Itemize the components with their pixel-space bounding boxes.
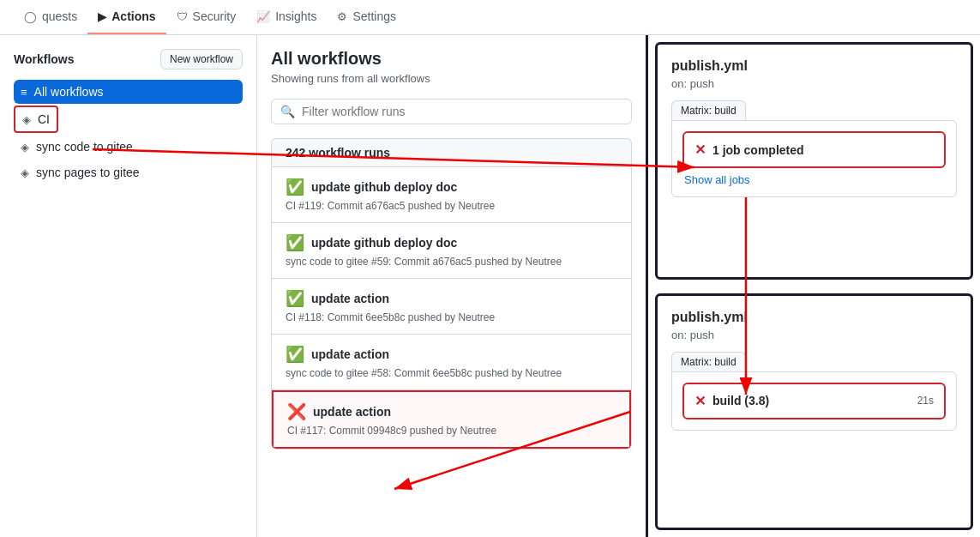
top-nav: ◯ quests ▶ Actions 🛡 Security 📈 Insights… (0, 0, 980, 35)
sync-pages-icon: ◈ (21, 166, 29, 179)
actions-icon: ▶ (98, 10, 106, 23)
ci-item-boxed: ◈ CI (14, 106, 58, 133)
sidebar-item-all-workflows[interactable]: ≡ All workflows (14, 80, 243, 104)
quests-icon: ◯ (24, 10, 37, 23)
sync-gitee-icon: ◈ (21, 141, 29, 154)
table-row[interactable]: ✅ update action CI #118: Commit 6ee5b8c … (272, 279, 631, 335)
panel-1-trigger: on: push (671, 77, 957, 90)
sidebar-header: Workflows New workflow (14, 49, 243, 69)
nav-item-actions[interactable]: ▶ Actions (87, 0, 165, 34)
sidebar: Workflows New workflow ≡ All workflows ◈… (0, 35, 257, 537)
nav-item-insights[interactable]: 📈 Insights (246, 0, 327, 34)
table-row[interactable]: ✅ update github deploy doc sync code to … (272, 223, 631, 279)
right-panels: publish.yml on: push Matrix: build ✕ 1 j… (646, 35, 980, 537)
insights-icon: 📈 (256, 10, 270, 23)
nav-item-quests[interactable]: ◯ quests (14, 0, 87, 34)
panel-card-1: publish.yml on: push Matrix: build ✕ 1 j… (655, 42, 973, 280)
ci-icon: ◈ (22, 113, 31, 126)
table-row-failed[interactable]: ❌ update action CI #117: Commit 09948c9 … (272, 390, 631, 449)
table-row[interactable]: ✅ update action sync code to gitee #58: … (272, 335, 631, 390)
sidebar-item-sync-pages[interactable]: ◈ sync pages to gitee (14, 160, 243, 184)
sidebar-title: Workflows (14, 52, 75, 66)
sidebar-item-sync-gitee[interactable]: ◈ sync code to gitee (14, 135, 243, 159)
panel-1-title: publish.yml (671, 58, 957, 74)
build-time: 21s (917, 395, 934, 407)
main-layout: Workflows New workflow ≡ All workflows ◈… (0, 35, 980, 537)
sidebar-item-ci[interactable]: ◈ CI (15, 107, 57, 131)
success-icon: ✅ (286, 289, 304, 308)
all-workflows-icon: ≡ (21, 86, 27, 99)
show-all-jobs-link[interactable]: Show all jobs (682, 173, 946, 186)
page-title: All workflows (271, 49, 632, 69)
security-icon: 🛡 (177, 10, 188, 23)
panel-card-2: publish.yml on: push Matrix: build ✕ bui… (655, 293, 973, 531)
build-fail-icon: ✕ (694, 393, 706, 409)
fail-icon: ❌ (287, 402, 306, 421)
new-workflow-button[interactable]: New workflow (160, 49, 243, 69)
panel-2-title: publish.yml (671, 310, 957, 325)
table-row[interactable]: ✅ update github deploy doc CI #119: Comm… (272, 167, 631, 223)
content-subtitle: Showing runs from all workflows (271, 72, 632, 85)
nav-item-settings[interactable]: ⚙ Settings (327, 0, 406, 34)
workflow-list: ✅ update github deploy doc CI #119: Comm… (271, 166, 632, 450)
settings-icon: ⚙ (337, 10, 347, 23)
job-completed-box: ✕ 1 job completed (682, 131, 946, 168)
matrix-tab-1: Matrix: build (671, 100, 746, 120)
success-icon: ✅ (286, 345, 304, 364)
matrix-body-1: ✕ 1 job completed Show all jobs (671, 120, 957, 197)
panel-2-trigger: on: push (671, 329, 957, 341)
matrix-body-2: ✕ build (3.8) 21s (671, 371, 957, 431)
build-row: ✕ build (3.8) 21s (682, 383, 946, 419)
main-content: All workflows Showing runs from all work… (257, 35, 646, 537)
search-icon: 🔍 (280, 105, 295, 118)
matrix-tab-2: Matrix: build (671, 352, 746, 371)
job-fail-icon: ✕ (694, 142, 706, 158)
search-box: 🔍 (271, 99, 632, 124)
search-input[interactable] (302, 105, 622, 118)
workflow-count-bar: 242 workflow runs (271, 138, 632, 166)
success-icon: ✅ (286, 178, 304, 196)
success-icon: ✅ (286, 233, 304, 252)
nav-item-security[interactable]: 🛡 Security (166, 0, 247, 34)
